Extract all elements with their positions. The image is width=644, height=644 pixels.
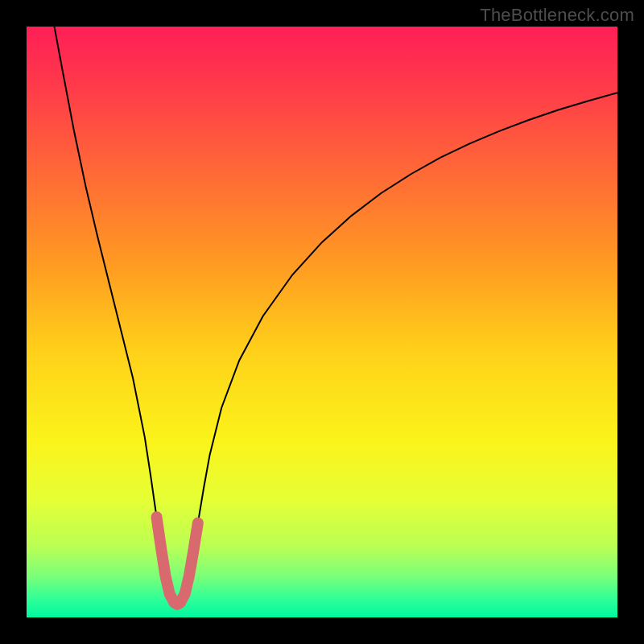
watermark-text: TheBottleneck.com bbox=[480, 5, 634, 26]
gradient-background bbox=[27, 27, 617, 617]
plot-area bbox=[27, 27, 617, 617]
chart-frame: TheBottleneck.com bbox=[0, 0, 644, 644]
chart-svg bbox=[27, 27, 617, 617]
